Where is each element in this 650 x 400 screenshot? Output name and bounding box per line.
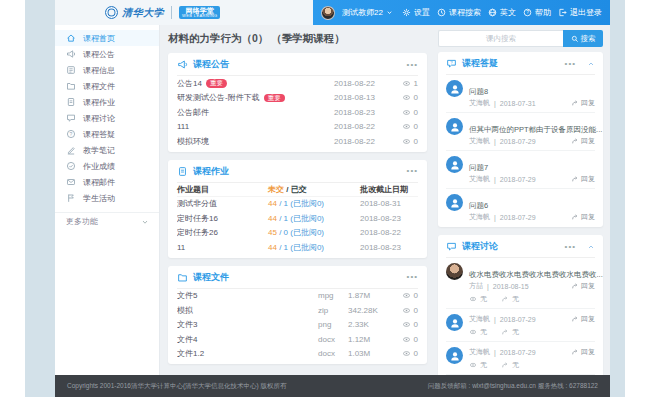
announcement-row[interactable]: 模拟环境 2018-08-22 0 [177,134,418,149]
more-menu-icon[interactable] [565,243,576,251]
help-button[interactable]: ? 帮助 [523,7,551,18]
submitted-count[interactable]: / 1 (已批阅0) [279,199,324,208]
sidebar-item-course-info[interactable]: 课程信息 [55,62,159,78]
sidebar-label: 课程文件 [83,81,115,92]
course-search-button[interactable]: 课程搜索 [437,7,481,18]
homework-row[interactable]: 测试非分值 44 / 1 (已批阅0) 2018-08-31 [177,197,418,212]
homework-title[interactable]: 测试非分值 [177,198,268,209]
reply-button[interactable]: 回复 [571,174,595,184]
sidebar-item-discussion[interactable]: 课程讨论 [55,110,159,126]
discussion-title[interactable]: 收水电费收水电费收水电费收水电费收... [469,270,603,279]
sidebar-item-teaching-notes[interactable]: 教学笔记 [55,142,159,158]
sidebar-item-course-home[interactable]: 课程首页 [55,30,159,46]
more-menu-icon[interactable] [407,167,418,175]
announcement-title[interactable]: 111 [177,122,189,131]
help-label: 帮助 [535,7,551,18]
qa-item[interactable]: 问题6 艾海帆|2018-07-29 回复 [446,189,595,226]
author: 方喆 [469,281,483,291]
pending-count: 44 [268,214,277,223]
sidebar-item-student-activity[interactable]: 学生活动 [55,190,159,206]
question-title[interactable]: 问题8 [469,87,488,96]
file-row[interactable]: 文件4 docx 1.12M 0 [177,332,418,347]
reply-button[interactable]: 回复 [571,281,595,291]
discussion-item[interactable]: 艾海帆|2018-07-29 回复 无无 [446,309,595,342]
reply-button[interactable]: 回复 [571,136,595,146]
qa-item[interactable]: 但其中两位的PPT都由于设备原因没能... 艾海帆|2018-07-29 回复 [446,113,595,151]
reply-button[interactable]: 回复 [571,98,595,108]
author: 艾海帆 [469,174,490,184]
homework-title[interactable]: 11 [177,243,268,252]
announcement-row[interactable]: 公告邮件 2018-08-23 0 [177,105,418,120]
file-row[interactable]: 文件3 png 2.33K 0 [177,318,418,333]
sidebar-label: 课程讨论 [83,113,115,124]
homework-title[interactable]: 定时任务26 [177,227,268,238]
announcement-title[interactable]: 公告14 [177,78,202,89]
reply-icon [571,315,579,323]
homework-row[interactable]: 定时任务26 45 / 0 (已批阅0) 2018-08-22 [177,226,418,241]
file-name[interactable]: 文件3 [177,319,318,330]
announcement-title[interactable]: 模拟环境 [177,136,209,147]
col-pending: 未交 [268,185,284,194]
help-icon: ? [523,8,532,17]
homework-row[interactable]: 11 44 / 1 (已批阅0) 2018-08-23 [177,240,418,255]
file-row[interactable]: 文件5 mpg 1.87M 0 [177,289,418,304]
qa-item[interactable]: 问题8 艾海帆|2018-07-31 回复 [446,75,595,113]
submitted-count[interactable]: / 0 (已批阅0) [279,228,324,237]
homework-row[interactable]: 定时任务16 44 / 1 (已批阅0) 2018-08-23 [177,211,418,226]
sidebar-item-course-files[interactable]: 课程文件 [55,78,159,94]
person-icon [449,350,461,362]
sidebar-item-mail[interactable]: 课程邮件 [55,174,159,190]
more-menu-icon[interactable] [565,60,576,68]
logout-button[interactable]: 退出登录 [558,7,602,18]
qa-item[interactable]: 问题7 艾海帆|2018-07-29 回复 [446,151,595,189]
announcement-row[interactable]: 研发测试公告-附件下载重要 2018-08-13 0 [177,91,418,106]
university-name: 清华大学 [122,6,164,20]
collapse-button[interactable] [587,60,595,68]
globe-icon [488,8,497,17]
more-menu-icon[interactable] [407,273,418,281]
search-input[interactable] [438,30,563,47]
reply-button[interactable]: 回复 [571,212,595,222]
more-label: 更多功能 [66,216,98,227]
file-row[interactable]: 文件1.2 docx 1.03M 0 [177,347,418,362]
settings-button[interactable]: 设置 [402,7,430,18]
language-toggle-button[interactable]: 英文 [488,7,516,18]
homework-title[interactable]: 定时任务16 [177,213,268,224]
sidebar-more-functions[interactable]: 更多功能 [55,212,159,230]
sidebar-item-announcements[interactable]: 课程公告 [55,46,159,62]
announcement-title[interactable]: 公告邮件 [177,107,209,118]
reply-button[interactable]: 回复 [571,314,595,324]
user-avatar[interactable] [321,6,335,20]
question-title[interactable]: 但其中两位的PPT都由于设备原因没能... [469,125,602,134]
card-title: 课程公告 [193,58,229,71]
question-title[interactable]: 问题7 [469,163,488,172]
announcement-row[interactable]: 公告14重要 2018-08-22 1 [177,76,418,91]
eye-icon [402,93,411,102]
more-menu-icon[interactable] [407,61,418,69]
announcement-title[interactable]: 研发测试公告-附件下载 [177,92,260,103]
discussion-card-header: 课程讨论 [446,240,595,258]
file-name[interactable]: 文件4 [177,334,318,345]
search-button-label: 搜索 [581,34,596,44]
collapse-button[interactable] [587,243,595,251]
submitted-count[interactable]: / 1 (已批阅0) [279,214,324,223]
sidebar-label: 教学笔记 [83,145,115,156]
file-name[interactable]: 文件1.2 [177,348,318,359]
user-menu[interactable]: 测试教师22 [342,7,393,18]
discussion-item[interactable]: 收水电费收水电费收水电费收水电费收... 方喆|2018-08-15 回复 无无 [446,258,595,309]
sidebar-item-grades[interactable]: 作业成绩 [55,158,159,174]
announcement-row[interactable]: 111 2018-08-22 0 [177,120,418,135]
question-title[interactable]: 问题6 [469,201,488,210]
sidebar-item-qa[interactable]: ? 课程答疑 [55,126,159,142]
reply-button[interactable]: 回复 [571,347,595,357]
search-button[interactable]: 搜索 [563,30,603,47]
sidebar-item-homework[interactable]: 课程作业 [55,94,159,110]
discussion-item[interactable]: 艾海帆|2018-07-29 回复 无无 [446,342,595,375]
file-name[interactable]: 模拟 [177,305,318,316]
announcements-card: 课程公告 公告14重要 2018-08-22 1 研发测试公告-附件下载重要 2… [168,53,427,152]
content-area: 课程首页 课程公告 课程信息 课程文件 课程作业 课程讨论 [55,25,610,375]
file-name[interactable]: 文件5 [177,290,318,301]
submitted-count[interactable]: / 1 (已批阅0) [279,243,324,252]
view-count: 0 [414,108,418,117]
file-row[interactable]: 模拟 zip 342.28K 0 [177,303,418,318]
